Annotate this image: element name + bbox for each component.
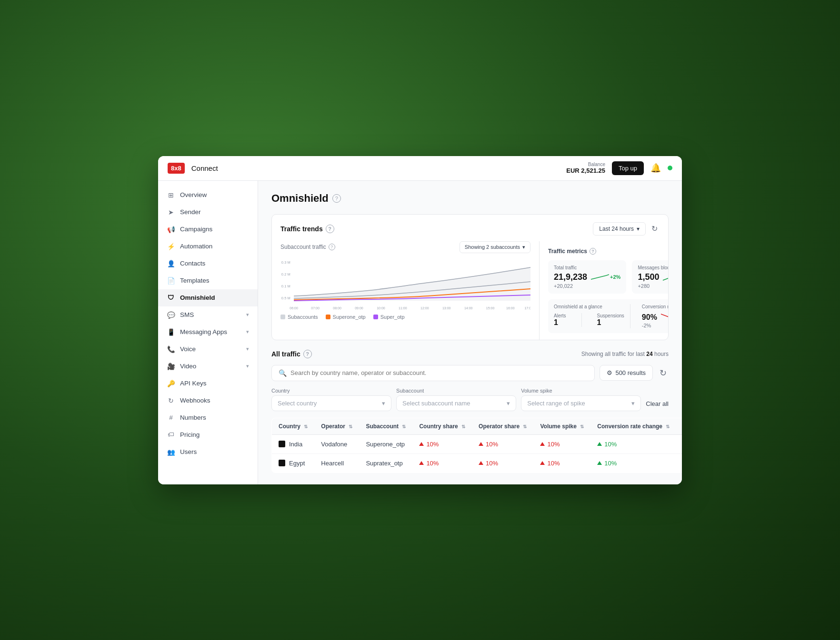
search-input[interactable] — [290, 369, 588, 376]
sidebar-item-templates[interactable]: 📄 Templates — [158, 272, 258, 289]
sort-icon-operator-share[interactable]: ⇅ — [523, 424, 527, 429]
sidebar-item-campaigns[interactable]: 📢 Campaigns — [158, 221, 258, 238]
arrow-up-green-icon — [597, 442, 602, 446]
chevron-down-icon: ▾ — [246, 312, 249, 318]
sidebar-item-users[interactable]: 👥 Users — [158, 443, 258, 461]
sidebar-label-api: API Keys — [180, 380, 207, 387]
sidebar-item-video[interactable]: 🎥 Video ▾ — [158, 358, 258, 375]
sidebar-item-omnishield[interactable]: 🛡 Omnishield — [158, 289, 258, 306]
all-traffic-refresh-button[interactable]: ↻ — [658, 366, 669, 380]
messages-blocked-sub: +280 — [638, 283, 669, 289]
all-traffic-section: All traffic ? Showing all traffic for la… — [271, 350, 669, 473]
cell-operator-share-india: 10% — [472, 434, 533, 453]
total-traffic-card: Total traffic 21,9,238 +2% — [548, 260, 626, 294]
sidebar-label-video: Video — [180, 363, 196, 370]
messages-blocked-label: Messages blocked — [638, 265, 669, 270]
messages-blocked-value: 1,500 +18% — [638, 272, 669, 282]
app-title: Connect — [191, 164, 567, 172]
sidebar-item-overview[interactable]: ⊞ Overview — [158, 187, 258, 204]
page-header: Omnishield ? — [271, 192, 669, 205]
whatsapp-icon: 📱 — [167, 328, 175, 336]
legend-super-otp: Super_otp — [373, 314, 405, 320]
glance-stats: Alerts 1 Suspensions 1 — [554, 313, 624, 327]
sort-icon-subaccount[interactable]: ⇅ — [402, 424, 406, 429]
subaccounts-button[interactable]: Showing 2 subaccounts ▾ — [460, 241, 530, 253]
messages-blocked-card: Messages blocked 1,500 +18% — [632, 260, 669, 294]
arrow-up-green-icon — [597, 461, 602, 465]
sidebar-label-webhooks: Webhooks — [180, 397, 210, 404]
traffic-trends-card: Traffic trends ? Last 24 hours ▾ ↻ — [271, 214, 669, 340]
mini-chart-blocked — [662, 273, 669, 281]
cell-conversion-egypt: 10% — [590, 453, 676, 473]
glance-suspensions: Suspensions 1 — [597, 313, 624, 327]
sidebar-item-voice[interactable]: 📞 Voice ▾ — [158, 341, 258, 358]
arrow-right-icon: ➤ — [167, 208, 175, 217]
chat-icon: 💬 — [167, 311, 175, 319]
sidebar-item-numbers[interactable]: # Numbers — [158, 409, 258, 426]
traffic-trends-help-icon[interactable]: ? — [326, 225, 334, 233]
sidebar-item-sms[interactable]: 💬 SMS ▾ — [158, 306, 258, 324]
time-filter-button[interactable]: Last 24 hours ▾ — [593, 222, 646, 236]
chevron-down-icon: ▾ — [507, 400, 510, 407]
balance-info: Balance EUR 2,521.25 — [566, 162, 605, 174]
svg-text:12:00: 12:00 — [420, 305, 429, 310]
sort-icon-country-share[interactable]: ⇅ — [461, 424, 465, 429]
svg-text:14:00: 14:00 — [464, 305, 473, 310]
sidebar-item-messaging-apps[interactable]: 📱 Messaging Apps ▾ — [158, 324, 258, 341]
col-subaccount: Subaccount ⇅ — [359, 418, 412, 434]
metrics-help-icon[interactable]: ? — [590, 248, 596, 255]
subaccount-placeholder: Select subaccount name — [402, 400, 470, 407]
table-row: Egypt Hearcell Supratex_otp 10% — [272, 453, 682, 473]
sidebar-item-pricing[interactable]: 🏷 Pricing — [158, 426, 258, 443]
sidebar-label-sms: SMS — [180, 311, 194, 318]
subaccount-help-icon[interactable]: ? — [329, 244, 335, 250]
sort-icon-volume-spike[interactable]: ⇅ — [580, 424, 584, 429]
sidebar-label-users: Users — [180, 448, 197, 455]
key-icon: 🔑 — [167, 379, 175, 388]
arrow-up-icon — [419, 461, 424, 465]
arrow-up-icon — [540, 461, 545, 465]
sort-icon-conversion-rate[interactable]: ⇅ — [666, 424, 670, 429]
sidebar-label-overview: Overview — [180, 191, 207, 198]
all-traffic-help-icon[interactable]: ? — [303, 350, 312, 358]
cell-subaccount-egypt: Supratex_otp — [359, 453, 412, 473]
spike-filter-group: Volume spike Select range of spike ▾ — [521, 388, 641, 411]
clear-all-button[interactable]: Clear all — [646, 396, 669, 411]
cell-subaccount-india: Superone_otp — [359, 434, 412, 453]
top-up-button[interactable]: Top up — [612, 161, 644, 175]
refresh-button[interactable]: ↻ — [650, 222, 660, 235]
notification-icon[interactable]: 🔔 — [650, 163, 661, 173]
help-icon[interactable]: ? — [332, 194, 341, 203]
svg-text:07:00: 07:00 — [311, 305, 320, 310]
sidebar-item-automation[interactable]: ⚡ Automation — [158, 238, 258, 255]
traffic-table: Country ⇅ Operator ⇅ Subaccount ⇅ — [271, 418, 682, 473]
subaccount-select[interactable]: Select subaccount name ▾ — [396, 395, 516, 411]
chart-legend: Subaccounts Superone_otp Super_otp — [280, 314, 530, 320]
webhook-icon: ↻ — [167, 396, 175, 405]
sidebar-item-webhooks[interactable]: ↻ Webhooks — [158, 392, 258, 409]
legend-dot-superone — [326, 315, 330, 319]
sidebar-label-pricing: Pricing — [180, 431, 200, 438]
sidebar-item-api-keys[interactable]: 🔑 API Keys — [158, 375, 258, 392]
svg-text:17:00: 17:00 — [524, 305, 530, 310]
filter-pill[interactable]: ⚙ 500 results — [600, 365, 653, 381]
spike-select[interactable]: Select range of spike ▾ — [521, 395, 641, 411]
sort-icon-operator[interactable]: ⇅ — [349, 424, 352, 429]
balance-label: Balance — [566, 162, 605, 167]
glance-suspensions-label: Suspensions — [597, 313, 624, 318]
india-flag — [279, 441, 285, 447]
document-icon: 📄 — [167, 276, 175, 285]
mini-chart-total — [590, 273, 609, 281]
svg-text:0.2 M: 0.2 M — [281, 272, 290, 276]
svg-text:15:00: 15:00 — [486, 305, 495, 310]
cell-country-share-india: 10% — [412, 434, 472, 453]
sidebar: ⊞ Overview ➤ Sender 📢 Campaigns ⚡ Automa… — [158, 181, 258, 484]
sidebar-item-contacts[interactable]: 👤 Contacts — [158, 255, 258, 272]
chart-container: 0.3 M 0.2 M 0.1 M 0.5 M — [280, 258, 530, 310]
sidebar-item-sender[interactable]: ➤ Sender — [158, 204, 258, 221]
country-select[interactable]: Select country ▾ — [271, 395, 391, 411]
col-operator: Operator ⇅ — [314, 418, 359, 434]
svg-text:06:00: 06:00 — [290, 305, 298, 310]
sort-icon-country[interactable]: ⇅ — [304, 424, 308, 429]
col-volume-spike: Volume spike ⇅ — [533, 418, 590, 434]
